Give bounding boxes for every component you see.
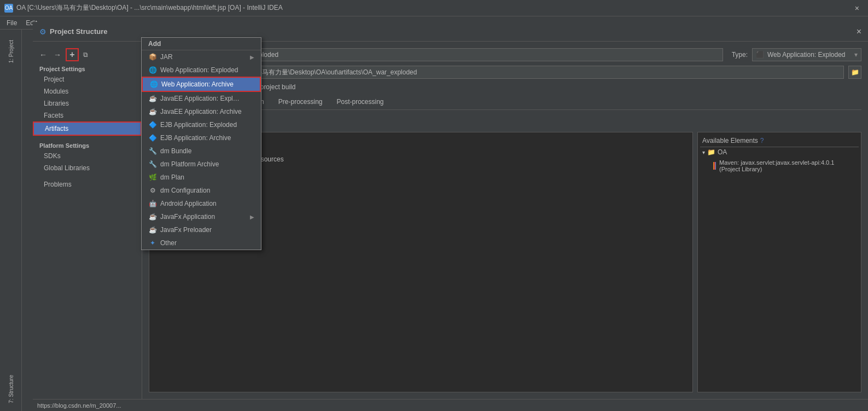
add-menu-dm-platform-archive[interactable]: 🔧 dm Platform Archive bbox=[142, 158, 261, 171]
web-archive-label: Web Application: Archive bbox=[161, 80, 234, 88]
ejb-archive-label: EJB Application: Archive bbox=[160, 134, 231, 142]
browse-output-dir-button[interactable]: 📁 bbox=[848, 66, 861, 79]
main-content: 1: Project 7: Structure ⚙ Project Struct… bbox=[0, 30, 868, 411]
maven-item-content: Maven: javax.servlet:javax.servlet-api:4… bbox=[711, 158, 857, 173]
nav-item-libraries[interactable]: Libraries bbox=[33, 97, 142, 109]
name-input[interactable] bbox=[224, 48, 723, 61]
javafx-application-label: JavaFx Application bbox=[160, 213, 215, 221]
dm-configuration-label: dm Configuration bbox=[160, 187, 210, 194]
tab-post-processing[interactable]: Post-processing bbox=[330, 95, 391, 109]
add-menu-javafx-application[interactable]: ☕ JavaFx Application ▶ bbox=[142, 210, 261, 223]
jar-icon: 📦 bbox=[148, 53, 157, 61]
dm-config-icon: ⚙ bbox=[148, 186, 157, 195]
javafx-application-icon: ☕ bbox=[148, 212, 157, 221]
dialog-close-button[interactable]: × bbox=[857, 30, 861, 37]
nav-back-button[interactable]: ← bbox=[37, 49, 49, 60]
dm-platform-archive-icon: 🔧 bbox=[148, 160, 157, 169]
window-title: OA [C:\Users\海马有力量\Desktop\OA] - ...\src… bbox=[16, 3, 850, 13]
nav-item-sdks[interactable]: SDKs bbox=[33, 150, 142, 162]
main-window: OA OA [C:\Users\海马有力量\Desktop\OA] - ...\… bbox=[0, 0, 868, 411]
project-settings-header: Project Settings bbox=[33, 63, 142, 73]
add-menu-javaee-exploded[interactable]: ☕ JavaEE Application: Expl… bbox=[142, 92, 261, 105]
javafx-preloader-icon: ☕ bbox=[148, 225, 157, 234]
web-exploded-icon: 🌐 bbox=[148, 66, 157, 74]
nav-item-global-libraries[interactable]: Global Libraries bbox=[33, 162, 142, 174]
type-label: Type: bbox=[732, 51, 748, 59]
available-maven-item[interactable]: Maven: javax.servlet:javax.servlet-api:4… bbox=[709, 157, 859, 175]
add-menu-dm-bundle[interactable]: 🔧 dm Bundle bbox=[142, 144, 261, 158]
project-structure-icon: ⚙ bbox=[39, 30, 46, 36]
web-exploded-label: Web Application: Exploded bbox=[160, 66, 238, 74]
add-menu-web-archive[interactable]: 🌐 Web Application: Archive bbox=[142, 77, 261, 92]
android-icon: 🤖 bbox=[148, 199, 157, 208]
dm-bundle-label: dm Bundle bbox=[160, 147, 191, 155]
other-icon: ✦ bbox=[148, 239, 157, 247]
side-tab-project-label: 1: Project bbox=[8, 40, 14, 63]
dm-plan-label: dm Plan bbox=[160, 173, 184, 181]
side-tab-structure[interactable]: 7: Structure bbox=[0, 367, 22, 411]
available-oa-icon: 📁 bbox=[707, 148, 715, 156]
javafx-preloader-label: JavaFx Preloader bbox=[160, 226, 212, 234]
copy-artifact-button[interactable]: ⧉ bbox=[81, 50, 90, 60]
add-menu-dm-plan[interactable]: 🌿 dm Plan bbox=[142, 171, 261, 184]
add-menu-dm-configuration[interactable]: ⚙ dm Configuration bbox=[142, 184, 261, 197]
nav-item-artifacts[interactable]: Artifacts bbox=[33, 121, 142, 136]
ejb-exploded-label: EJB Application: Exploded bbox=[160, 121, 237, 129]
side-tab-structure-label: 7: Structure bbox=[8, 375, 14, 403]
jar-arrow: ▶ bbox=[250, 54, 254, 60]
javaee-archive-icon: ☕ bbox=[148, 107, 157, 116]
ejb-exploded-icon: 🔷 bbox=[148, 120, 157, 129]
nav-item-project[interactable]: Project bbox=[33, 73, 142, 85]
web-archive-icon: 🌐 bbox=[149, 80, 158, 89]
add-menu-android-application[interactable]: 🤖 Android Application bbox=[142, 197, 261, 210]
available-elements-panel: Available Elements ? ▾ 📁 OA bbox=[697, 132, 861, 392]
add-artifact-button[interactable]: + bbox=[66, 48, 79, 61]
add-menu-other[interactable]: ✦ Other bbox=[142, 236, 261, 250]
status-text: https://blog.csdn.ne/m_20007... bbox=[37, 402, 121, 409]
javaee-archive-label: JavaEE Application: Archive bbox=[160, 108, 242, 115]
ejb-archive-icon: 🔷 bbox=[148, 134, 157, 142]
window-close-button[interactable]: × bbox=[850, 3, 864, 14]
available-oa-children: Maven: javax.servlet:javax.servlet-api:4… bbox=[700, 157, 859, 175]
other-label: Other bbox=[160, 239, 177, 247]
add-menu-header: Add bbox=[142, 38, 261, 50]
javaee-exploded-icon: ☕ bbox=[148, 94, 157, 103]
add-menu-javafx-preloader[interactable]: ☕ JavaFx Preloader bbox=[142, 223, 261, 236]
side-tab-project[interactable]: 1: Project bbox=[0, 30, 22, 73]
jar-label: JAR bbox=[160, 53, 173, 61]
menu-file[interactable]: File bbox=[2, 18, 21, 28]
title-bar: OA OA [C:\Users\海马有力量\Desktop\OA] - ...\… bbox=[0, 0, 868, 16]
add-menu-ejb-archive[interactable]: 🔷 EJB Application: Archive bbox=[142, 131, 261, 144]
available-elements-help[interactable]: ? bbox=[760, 137, 764, 144]
maven-item-label: Maven: javax.servlet:javax.servlet-api:4… bbox=[719, 159, 854, 172]
side-strip: 1: Project 7: Structure bbox=[0, 30, 22, 411]
dm-platform-archive-label: dm Platform Archive bbox=[160, 160, 219, 168]
nav-panel: ← → + ⧉ Project Settings Project Modules bbox=[33, 42, 142, 399]
available-oa-toggle[interactable]: ▾ bbox=[702, 149, 705, 155]
output-dir-input[interactable] bbox=[224, 66, 844, 79]
available-elements-header: Available Elements ? bbox=[700, 135, 859, 147]
app-icon: OA bbox=[4, 4, 13, 13]
javafx-arrow: ▶ bbox=[250, 214, 254, 220]
add-menu-ejb-exploded[interactable]: 🔷 EJB Application: Exploded bbox=[142, 118, 261, 131]
status-bar: https://blog.csdn.ne/m_20007... bbox=[33, 399, 868, 411]
nav-item-modules[interactable]: Modules bbox=[33, 85, 142, 97]
dm-bundle-icon: 🔧 bbox=[148, 147, 157, 155]
nav-toolbar: ← → + ⧉ bbox=[33, 46, 142, 63]
nav-item-facets[interactable]: Facets bbox=[33, 109, 142, 121]
android-application-label: Android Application bbox=[160, 200, 217, 207]
type-select[interactable]: ⬛ Web Application: Exploded ▾ bbox=[752, 48, 861, 61]
add-menu-javaee-archive[interactable]: ☕ JavaEE Application: Archive bbox=[142, 105, 261, 118]
nav-forward-button[interactable]: → bbox=[51, 49, 63, 60]
available-oa-label: OA bbox=[718, 148, 727, 156]
add-menu-web-exploded[interactable]: 🌐 Web Application: Exploded bbox=[142, 63, 261, 77]
available-oa-item[interactable]: ▾ 📁 OA bbox=[700, 147, 859, 157]
nav-item-problems[interactable]: Problems bbox=[33, 178, 142, 190]
add-menu-jar[interactable]: 📦 JAR ▶ bbox=[142, 50, 261, 63]
dm-plan-icon: 🌿 bbox=[148, 173, 157, 182]
available-elements-label: Available Elements bbox=[702, 137, 758, 144]
platform-settings-header: Platform Settings bbox=[33, 140, 142, 150]
tab-pre-processing[interactable]: Pre-processing bbox=[271, 95, 330, 109]
dialog-title: Project Structure bbox=[50, 30, 107, 36]
maven-bar-icon bbox=[713, 162, 716, 170]
